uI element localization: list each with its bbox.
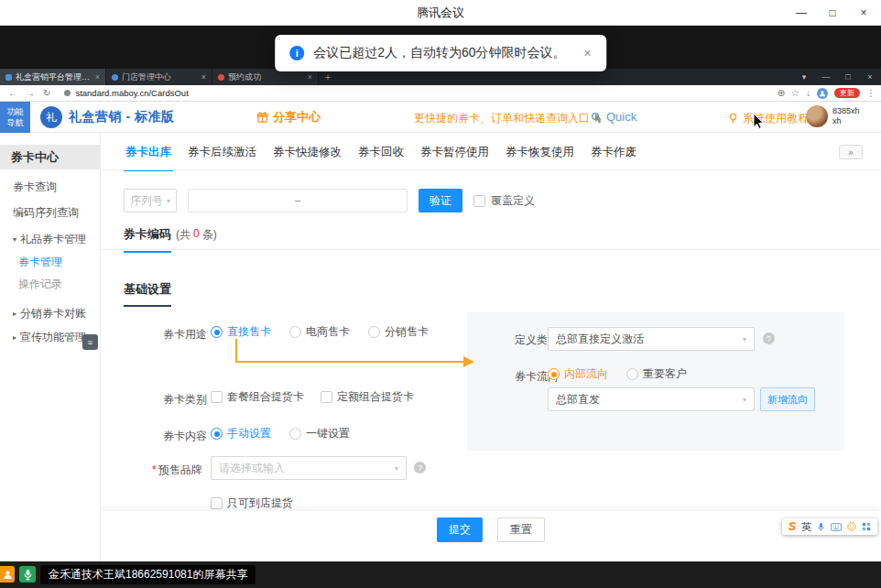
define-type-select[interactable]: 总部直接定义激活 ▾ xyxy=(548,327,755,351)
serial-range-input[interactable]: – xyxy=(188,189,408,212)
radio-one-click-setup[interactable]: 一键设置 xyxy=(289,426,350,441)
tab-card-quick-edit[interactable]: 券卡快捷修改 xyxy=(271,142,343,171)
tutorial-link[interactable]: 系统使用教程 xyxy=(728,111,809,126)
browser-menu-icon[interactable]: ⋮ xyxy=(866,88,876,98)
brand-select[interactable]: 请选择或输入 ▾ xyxy=(211,456,407,480)
url-bar[interactable]: standard.maboy.cn/CardsOut xyxy=(64,88,188,98)
tab-card-activate[interactable]: 券卡后续激活 xyxy=(186,142,258,171)
sidebar-item-code-serial-query[interactable]: 编码序列查询 xyxy=(0,201,100,223)
quick-entry-link[interactable]: 更快捷的券卡、订单和快递查询入口 xyxy=(414,111,603,126)
sidebar-item-operation-log[interactable]: 操作记录 xyxy=(0,273,100,295)
browser-update-badge[interactable]: 更新 xyxy=(834,88,860,98)
checkbox-icon[interactable] xyxy=(211,497,223,509)
browser-tab-marketing-center[interactable]: 礼盒营销平台管理中心 × xyxy=(0,69,106,85)
ime-language-mode[interactable]: 英 xyxy=(801,520,811,534)
quick-search[interactable]: Quick xyxy=(591,110,636,124)
maximize-button[interactable]: □ xyxy=(817,0,848,26)
radio-icon[interactable] xyxy=(211,428,223,440)
checkbox-icon[interactable] xyxy=(211,391,223,403)
tab-card-void[interactable]: 券卡作废 xyxy=(589,142,638,171)
tab-card-pause[interactable]: 券卡暂停使用 xyxy=(419,142,491,171)
define-type-help-icon[interactable]: ? xyxy=(763,332,775,344)
ime-emoji-icon[interactable] xyxy=(847,522,856,531)
brand-help-icon[interactable]: ? xyxy=(414,462,426,474)
sidebar-item-card-query[interactable]: 券卡查询 xyxy=(0,176,100,198)
radio-icon[interactable] xyxy=(368,326,380,338)
radio-icon[interactable] xyxy=(548,368,560,380)
radio-icon[interactable] xyxy=(626,368,638,380)
radio-icon[interactable] xyxy=(289,428,301,440)
window-controls: — □ × xyxy=(786,0,879,26)
radio-important-customer[interactable]: 重要客户 xyxy=(626,366,687,382)
radio-icon[interactable] xyxy=(289,326,301,338)
brand-label-text: 预售品牌 xyxy=(158,463,202,476)
ime-logo[interactable]: S xyxy=(789,520,796,533)
add-flow-button[interactable]: 新增流向 xyxy=(760,387,815,411)
browser-close-button[interactable]: × xyxy=(859,72,881,82)
minimize-button[interactable]: — xyxy=(786,0,817,26)
submit-button[interactable]: 提交 xyxy=(437,517,483,542)
meeting-toast: i 会议已超过2人，自动转为60分钟限时会议。 × xyxy=(275,35,606,71)
checkbox-icon[interactable] xyxy=(321,391,332,403)
tab-search-icon[interactable]: ▾ xyxy=(793,72,815,82)
function-nav-toggle[interactable]: 功能 导航 xyxy=(0,102,30,133)
tabs-more-button[interactable]: » xyxy=(839,145,863,159)
browser-minimize-button[interactable]: — xyxy=(815,72,837,82)
taskbar-app-icon[interactable] xyxy=(0,566,15,583)
category-options: 套餐组合提货卡 定额组合提货卡 xyxy=(211,389,414,405)
reset-button[interactable]: 重置 xyxy=(497,517,545,542)
site-info-icon[interactable] xyxy=(64,90,71,96)
radio-internal-flow[interactable]: 内部流向 xyxy=(548,366,608,382)
verify-button[interactable]: 验证 xyxy=(419,189,462,212)
tab-card-restore[interactable]: 券卡恢复使用 xyxy=(504,142,576,171)
flow-select[interactable]: 总部直发 ▾ xyxy=(548,387,755,411)
toast-close-icon[interactable]: × xyxy=(584,46,592,60)
usage-options: 直接售卡 电商售卡 分销售卡 xyxy=(211,324,429,340)
sidebar-item-card-mgmt[interactable]: 券卡管理 xyxy=(0,251,100,273)
ime-toolbar[interactable]: S 英 xyxy=(782,518,877,535)
tab-card-issue[interactable]: 券卡出库 xyxy=(124,142,173,171)
mic-status-icon[interactable] xyxy=(19,566,36,583)
close-button[interactable]: × xyxy=(848,0,879,26)
download-icon[interactable]: ↓ xyxy=(806,88,810,98)
serial-type-select[interactable]: 序列号 ▾ xyxy=(124,189,177,212)
tab-card-recycle[interactable]: 券卡回收 xyxy=(356,142,406,171)
sidebar-group-gift-card-mgmt[interactable]: ▾ 礼品券卡管理 xyxy=(0,228,100,250)
radio-direct-sale[interactable]: 直接售卡 xyxy=(211,324,271,340)
define-type-value: 总部直接定义激活 xyxy=(556,332,644,347)
back-icon[interactable]: ← xyxy=(8,88,17,98)
tab-close-icon[interactable]: × xyxy=(308,72,312,82)
zoom-icon[interactable]: ⊕ xyxy=(778,88,785,98)
browser-tab-store-center[interactable]: 门店管理中心 × xyxy=(106,69,212,85)
tri-down-icon: ▾ xyxy=(13,235,16,244)
bookmark-star-icon[interactable]: ☆ xyxy=(791,88,799,98)
base-settings-title: 基础设置 xyxy=(124,281,171,307)
sidebar-collapse-handle[interactable]: ≡ xyxy=(82,334,98,350)
radio-distribution-sale[interactable]: 分销售卡 xyxy=(368,324,429,340)
checkbox-icon[interactable] xyxy=(473,195,485,207)
radio-ecommerce-sale[interactable]: 电商售卡 xyxy=(289,324,350,340)
browser-maximize-button[interactable]: □ xyxy=(837,72,859,82)
ime-mic-icon[interactable] xyxy=(817,522,825,532)
checkbox-fixed-combo-pickup-card[interactable]: 定额组合提货卡 xyxy=(321,389,414,405)
ime-keyboard-icon[interactable] xyxy=(831,523,842,531)
quick-entry-label: 更快捷的券卡、订单和快递查询入口 xyxy=(414,111,590,126)
category-label: 券卡类别 xyxy=(163,392,207,408)
user-menu[interactable]: 8385xh xh xyxy=(806,105,860,127)
checkbox-store-pickup-only[interactable]: 只可到店提货 xyxy=(211,495,293,511)
app-header: 功能 导航 礼 礼盒营销 - 标准版 分享中心 更快捷的券卡、订单和快递查询入口… xyxy=(0,102,881,133)
forward-icon[interactable]: → xyxy=(26,88,35,98)
tab-close-icon[interactable]: × xyxy=(201,72,206,82)
radio-manual-setup[interactable]: 手动设置 xyxy=(211,426,271,441)
sidebar-group-distribution-reconcile[interactable]: ▸ 分销券卡对账 xyxy=(0,302,100,324)
checkbox-combo-pickup-card[interactable]: 套餐组合提货卡 xyxy=(211,389,304,405)
tab-close-icon[interactable]: × xyxy=(95,72,100,82)
profile-icon[interactable] xyxy=(817,88,828,99)
share-center-link[interactable]: 分享中心 xyxy=(256,109,321,125)
override-define-checkbox[interactable]: 覆盖定义 xyxy=(473,193,535,209)
radio-icon[interactable] xyxy=(211,326,223,338)
content-options: 手动设置 一键设置 xyxy=(211,426,350,441)
usage-label: 券卡用途 xyxy=(163,327,207,343)
reload-icon[interactable]: ↻ xyxy=(43,88,50,98)
ime-toolbox-icon[interactable] xyxy=(862,522,871,531)
